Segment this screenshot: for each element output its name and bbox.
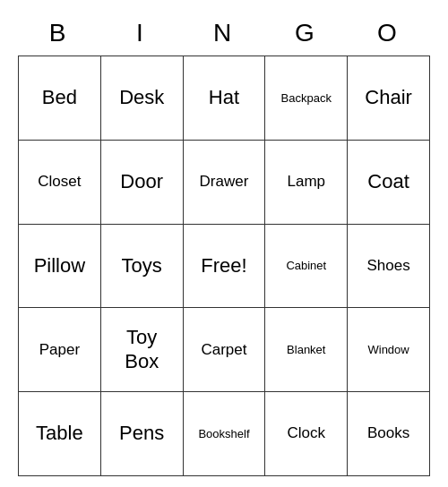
cell-text-r1-c4: Coat <box>367 170 409 193</box>
header-letter-G: G <box>265 11 348 56</box>
cell-text-r1-c1: Door <box>120 170 163 193</box>
cell-r2-c4: Shoes <box>348 225 430 309</box>
cell-text-r4-c4: Books <box>367 424 409 442</box>
cell-text-r0-c4: Chair <box>365 86 412 109</box>
cell-r4-c0: Table <box>19 392 101 476</box>
cell-r2-c0: Pillow <box>19 225 101 309</box>
header-letter-O: O <box>348 11 430 56</box>
cell-r1-c2: Drawer <box>184 141 266 225</box>
cell-r0-c0: Bed <box>19 56 101 141</box>
cell-text-r3-c3: Blanket <box>287 343 325 357</box>
cell-r1-c0: Closet <box>19 141 101 225</box>
bingo-grid: BedDeskHatBackpackChairClosetDoorDrawerL… <box>18 56 430 476</box>
cell-r0-c4: Chair <box>348 56 430 141</box>
cell-text-r0-c2: Hat <box>209 86 239 109</box>
bingo-header: BINGO <box>18 11 430 56</box>
cell-text-r3-c2: Carpet <box>201 341 246 359</box>
cell-r2-c2: Free! <box>184 225 266 309</box>
cell-text-r2-c1: Toys <box>122 254 162 278</box>
cell-r0-c1: Desk <box>101 56 184 141</box>
cell-r4-c4: Books <box>348 392 430 476</box>
cell-text-r0-c3: Backpack <box>281 91 332 106</box>
cell-text-r2-c0: Pillow <box>34 254 85 278</box>
cell-r3-c0: Paper <box>19 308 101 392</box>
cell-text-r0-c0: Bed <box>42 86 77 109</box>
cell-text-r4-c1: Pens <box>119 422 164 445</box>
cell-text-r1-c2: Drawer <box>200 173 249 191</box>
cell-text-r1-c0: Closet <box>38 173 81 191</box>
cell-r3-c4: Window <box>348 308 430 392</box>
bingo-card: BINGO BedDeskHatBackpackChairClosetDoorD… <box>18 11 430 476</box>
cell-text-r4-c2: Bookshelf <box>198 427 249 441</box>
cell-r1-c1: Door <box>101 141 184 225</box>
cell-r3-c2: Carpet <box>184 308 266 392</box>
cell-text-r2-c4: Shoes <box>366 257 409 275</box>
cell-text-r2-c2: Free! <box>201 254 246 278</box>
cell-text-r4-c0: Table <box>36 422 83 445</box>
cell-text-r3-c4: Window <box>367 343 409 357</box>
cell-r0-c3: Backpack <box>265 56 348 141</box>
cell-text-r3-c1: ToyBox <box>125 326 159 373</box>
cell-r4-c3: Clock <box>265 392 348 476</box>
cell-r3-c1: ToyBox <box>101 308 184 392</box>
header-letter-I: I <box>100 11 183 56</box>
cell-r4-c1: Pens <box>101 392 184 476</box>
cell-r0-c2: Hat <box>184 56 266 141</box>
cell-r2-c3: Cabinet <box>265 225 348 309</box>
cell-r3-c3: Blanket <box>265 308 348 392</box>
cell-r4-c2: Bookshelf <box>184 392 266 476</box>
cell-text-r2-c3: Cabinet <box>286 259 326 273</box>
cell-text-r3-c0: Paper <box>39 341 80 359</box>
cell-r1-c4: Coat <box>348 141 430 225</box>
cell-text-r4-c3: Clock <box>288 424 326 442</box>
cell-text-r1-c3: Lamp <box>288 173 326 191</box>
cell-r2-c1: Toys <box>101 225 184 309</box>
cell-text-r0-c1: Desk <box>119 86 164 109</box>
cell-r1-c3: Lamp <box>265 141 348 225</box>
header-letter-B: B <box>18 11 100 56</box>
header-letter-N: N <box>183 11 265 56</box>
